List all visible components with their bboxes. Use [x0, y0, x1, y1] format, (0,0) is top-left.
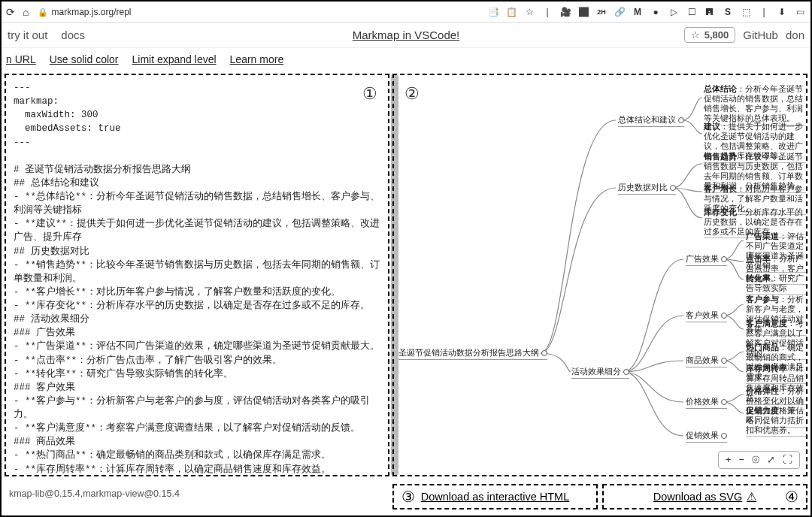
view-controls: + − ⦾ ⤢ ⛶ [718, 451, 800, 469]
ext-icon[interactable]: S [722, 6, 734, 18]
mindmap-pane: ② [392, 74, 807, 476]
ext-icon[interactable]: ● [650, 6, 662, 18]
learn-more-link[interactable]: Learn more [230, 53, 284, 65]
limit-expand-link[interactable]: Limit expand level [132, 53, 217, 65]
ext-icon[interactable]: M [632, 6, 644, 18]
download-svg-button[interactable]: Download as SVG ⚠ ④ [602, 484, 807, 509]
version-text: kmap-lib@0.15.4,markmap-view@0.15.4 [5, 484, 388, 509]
zoom-out-button[interactable]: − [736, 454, 747, 466]
nav-github[interactable]: GitHub [743, 29, 778, 41]
ext-icon[interactable]: ☐ [686, 6, 698, 18]
ext-icon[interactable]: 📋 [505, 6, 517, 18]
node-history[interactable]: 历史数据对比 [618, 182, 676, 195]
fit-button[interactable]: ⦾ [750, 454, 762, 466]
nav-donate[interactable]: don [786, 29, 804, 41]
ext-icon[interactable]: ⬛ [577, 6, 589, 18]
zoom-in-button[interactable]: + [723, 454, 734, 466]
star-count: 5,800 [704, 29, 729, 41]
mindmap-canvas[interactable]: 圣诞节促销活动数据分析报告思路大纲 总体结论和建议 历史数据对比 活动效果细分 … [394, 75, 806, 475]
use-solid-color-link[interactable]: Use solid color [50, 53, 119, 65]
ext-icon[interactable]: 🖪 [704, 6, 716, 18]
expand-button[interactable]: ⤢ [765, 454, 777, 466]
address-bar[interactable]: 🔒markmap.js.org/repl [38, 7, 131, 17]
main-panes: ① --- markmap: maxWidth: 300 embedAssets… [2, 71, 810, 476]
home-icon[interactable]: ⌂ [23, 6, 29, 18]
ext-icon[interactable]: 🔗 [614, 6, 626, 18]
node-customer-effect[interactable]: 客户效果 [686, 310, 727, 322]
ext-icon[interactable]: ⬚ [740, 6, 752, 18]
divider: | [541, 6, 553, 18]
open-url-link[interactable]: n URL [6, 53, 36, 65]
node-summary[interactable]: 总体结论和建议 [618, 114, 684, 127]
nav-docs[interactable]: docs [61, 29, 85, 41]
editor-pane: ① --- markmap: maxWidth: 300 embedAssets… [5, 74, 389, 476]
nav-try-it-out[interactable]: try it out [8, 29, 47, 41]
ext-icon[interactable]: 2H [595, 6, 607, 18]
extension-icons: 📑 📋 ☆ | 🎥 ⬛ 2H 🔗 M ● ▷ ☐ 🖪 S ⬚ | ⬇ ▭ [487, 6, 806, 18]
badge-four: ④ [785, 488, 798, 506]
reload-icon[interactable]: ⟳ [6, 6, 15, 18]
options-toolbar: n URL Use solid color Limit expand level… [2, 48, 810, 71]
fullscreen-button[interactable]: ⛶ [780, 454, 795, 466]
markdown-editor[interactable]: --- markmap: maxWidth: 300 embedAssets: … [6, 75, 388, 475]
star-icon: ☆ [691, 29, 700, 41]
site-header: try it out docs Markmap in VSCode! ☆ 5,8… [2, 23, 810, 48]
leaf-conclusion[interactable]: 总体结论：分析今年圣诞节促销活动的销售数据，总结销售增长、客户参与、利润等关键指… [704, 84, 806, 125]
bottom-bar: kmap-lib@0.15.4,markmap-view@0.15.4 ③ Do… [5, 484, 807, 509]
panel-icon[interactable]: ▭ [794, 6, 806, 18]
ext-icon[interactable]: 📑 [487, 6, 499, 18]
badge-three: ③ [401, 488, 415, 506]
warning-icon: ⚠ [747, 491, 756, 503]
divider: | [758, 6, 770, 18]
node-root[interactable]: 圣诞节促销活动数据分析报告思路大纲 [398, 347, 547, 360]
github-star-badge[interactable]: ☆ 5,800 [684, 27, 736, 43]
ext-icon[interactable]: ▷ [668, 6, 680, 18]
badge-one: ① [362, 84, 377, 104]
download-icon[interactable]: ⬇ [776, 6, 788, 18]
leaf-promo-strength[interactable]: 促销力度：评估不同促销力括折扣和优惠券。 [746, 406, 806, 437]
star-icon[interactable]: ☆ [523, 6, 535, 18]
vscode-link[interactable]: Markmap in VSCode! [353, 29, 460, 41]
lock-icon: 🔒 [38, 8, 48, 17]
node-ad-effect[interactable]: 广告效果 [686, 253, 727, 266]
node-promo-effect[interactable]: 促销效果 [686, 430, 727, 443]
node-product-effect[interactable]: 商品效果 [686, 355, 727, 367]
node-price-effect[interactable]: 价格效果 [686, 396, 727, 409]
node-breakdown[interactable]: 活动效果细分 [571, 366, 629, 379]
leaf-conversion[interactable]: 转化率：研究广告导致实际 [746, 274, 806, 295]
download-html-button[interactable]: ③ Download as interactive HTML [392, 484, 598, 509]
browser-chrome: ⟳ ⌂ 🔒markmap.js.org/repl 📑 📋 ☆ | 🎥 ⬛ 2H … [2, 2, 810, 23]
ext-icon[interactable]: 🎥 [559, 6, 571, 18]
